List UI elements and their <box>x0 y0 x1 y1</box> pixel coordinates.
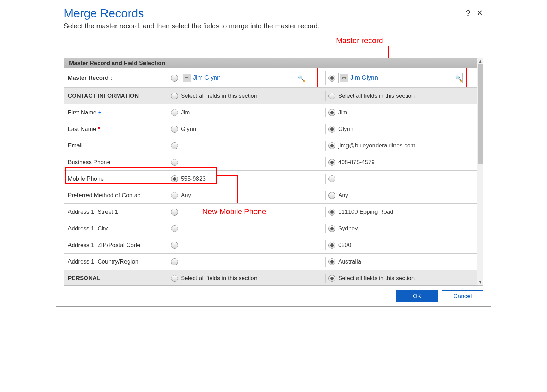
radio-left[interactable] <box>171 126 178 133</box>
section-contact-information: CONTACT INFORMATION Select all fields in… <box>64 88 483 104</box>
selectall-personal-right: Select all fields in this section <box>338 275 415 282</box>
radio-right[interactable] <box>328 209 335 216</box>
close-icon[interactable]: ✕ <box>476 9 483 18</box>
annotation-master-record: Master record <box>336 36 383 45</box>
field-value-text: 555-9823 <box>181 175 206 182</box>
radio-left[interactable] <box>171 159 178 166</box>
scrollbar[interactable]: ▲ ▼ <box>477 58 483 285</box>
field-value-left <box>168 224 325 233</box>
radio-left[interactable] <box>171 258 178 265</box>
radio-right[interactable] <box>328 192 335 199</box>
radio-right[interactable] <box>328 242 335 249</box>
lookup-left[interactable]: ▭ Jim Glynn 🔍 <box>181 73 305 83</box>
grid-header: Master Record and Field Selection <box>64 58 483 68</box>
selectall-label-right: Select all fields in this section <box>338 93 415 99</box>
master-record-label: Master Record : <box>64 73 168 84</box>
field-value-left <box>168 240 325 250</box>
dialog-footer: OK Cancel <box>396 290 483 302</box>
field-value-text: Any <box>181 192 191 199</box>
radio-selectall-contact-left[interactable] <box>171 93 178 99</box>
radio-right[interactable] <box>328 109 335 116</box>
field-value-text: Australia <box>338 258 361 265</box>
field-value-text: 408-875-4579 <box>338 159 375 166</box>
field-value-left <box>168 257 325 267</box>
field-row: Mobile Phone555-9823 <box>64 171 483 187</box>
field-value-right: jimg@blueyonderairlines.com <box>325 141 483 151</box>
radio-selectall-personal-right[interactable] <box>328 275 335 282</box>
field-value-right: Any <box>325 191 483 200</box>
lookup-left-text: Jim Glynn <box>192 74 297 82</box>
radio-left[interactable] <box>171 109 178 116</box>
field-value-right: Australia <box>325 257 483 267</box>
field-row: Preferred Method of ContactAnyAny <box>64 187 483 204</box>
field-value-text: Glynn <box>181 126 196 133</box>
radio-right[interactable] <box>328 175 335 182</box>
radio-left[interactable] <box>171 175 178 182</box>
master-record-col-right: ▭ Jim Glynn 🔍 <box>325 71 483 85</box>
field-value-text: Jim <box>338 109 347 116</box>
card-icon: ▭ <box>340 74 348 82</box>
field-row: Address 1: ZIP/Postal Code0200 <box>64 237 483 254</box>
lookup-search-icon[interactable]: 🔍 <box>297 74 305 82</box>
field-value-left: Any <box>168 191 325 200</box>
field-value-right: 408-875-4579 <box>325 157 483 167</box>
radio-left[interactable] <box>171 242 178 249</box>
section-personal: PERSONAL Select all fields in this secti… <box>64 270 483 286</box>
field-label: Last Name * <box>64 124 168 135</box>
master-record-col-left: ▭ Jim Glynn 🔍 <box>168 71 325 85</box>
field-value-text: 111100 Epping Road <box>338 209 393 216</box>
radio-selectall-contact-right[interactable] <box>328 93 335 99</box>
radio-right[interactable] <box>328 258 335 265</box>
field-value-right: Jim <box>325 108 483 117</box>
master-record-row: Master Record : ▭ Jim Glynn 🔍 ▭ Jim Glyn… <box>64 68 483 88</box>
radio-right[interactable] <box>328 225 335 232</box>
field-label: Preferred Method of Contact <box>64 190 168 201</box>
ok-button[interactable]: OK <box>396 290 438 302</box>
annotation-new-mobile: New Mobile Phone <box>202 207 266 216</box>
cancel-button[interactable]: Cancel <box>442 290 483 302</box>
merge-records-dialog: Merge Records Select the master record, … <box>56 0 491 307</box>
dialog-subtitle: Select the master record, and then selec… <box>64 22 483 30</box>
selectall-label-left: Select all fields in this section <box>181 93 257 99</box>
radio-right[interactable] <box>328 159 335 166</box>
field-label: Email <box>64 140 168 151</box>
radio-left[interactable] <box>171 209 178 216</box>
radio-master-right[interactable] <box>328 75 335 82</box>
dialog-title: Merge Records <box>64 7 483 20</box>
field-row: Address 1: Street 1111100 Epping Road <box>64 204 483 220</box>
section-personal-label: PERSONAL <box>64 273 168 284</box>
scroll-up-icon[interactable]: ▲ <box>477 58 483 64</box>
section-contact-label: CONTACT INFORMATION <box>64 90 168 102</box>
lookup-right-text: Jim Glynn <box>350 74 454 82</box>
field-value-left <box>168 157 325 167</box>
field-value-text: Sydney <box>338 225 358 232</box>
field-value-text: jimg@blueyonderairlines.com <box>338 142 415 149</box>
field-value-right: 111100 Epping Road <box>325 207 483 217</box>
field-label: Address 1: City <box>64 223 168 234</box>
radio-left[interactable] <box>171 225 178 232</box>
help-icon[interactable]: ? <box>466 9 470 18</box>
annotation-line-h <box>217 175 238 176</box>
radio-selectall-personal-left[interactable] <box>171 275 178 282</box>
scroll-down-icon[interactable]: ▼ <box>477 279 483 285</box>
required-mandatory-icon: * <box>96 126 100 132</box>
radio-left[interactable] <box>171 192 178 199</box>
field-value-left: 555-9823 <box>168 174 325 184</box>
card-icon: ▭ <box>183 74 191 82</box>
annotation-line-v2 <box>237 175 238 203</box>
radio-right[interactable] <box>328 126 335 133</box>
field-value-left <box>168 141 325 151</box>
field-label: Address 1: Street 1 <box>64 207 168 218</box>
radio-right[interactable] <box>328 142 335 149</box>
radio-left[interactable] <box>171 142 178 149</box>
lookup-search-icon[interactable]: 🔍 <box>454 74 462 82</box>
radio-master-left[interactable] <box>171 75 178 82</box>
field-label: Business Phone <box>64 157 168 168</box>
field-row: Last Name *GlynnGlynn <box>64 121 483 137</box>
field-label: Address 1: Country/Region <box>64 256 168 267</box>
lookup-right[interactable]: ▭ Jim Glynn 🔍 <box>338 73 463 83</box>
field-row: Address 1: CitySydney <box>64 220 483 237</box>
required-recommended-icon: + <box>96 109 102 116</box>
scroll-thumb[interactable] <box>478 64 483 164</box>
field-row: Emailjimg@blueyonderairlines.com <box>64 137 483 154</box>
